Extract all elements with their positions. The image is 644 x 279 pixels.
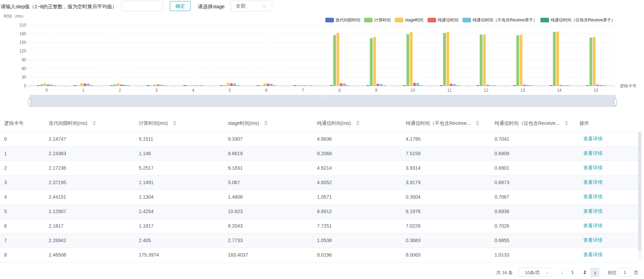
svg-text:90: 90 [22, 58, 27, 62]
svg-text:stage时间: stage时间 [405, 18, 423, 22]
svg-text:15: 15 [594, 88, 598, 93]
svg-text:8: 8 [338, 88, 341, 93]
svg-text:10: 10 [411, 88, 415, 93]
svg-text:14: 14 [557, 88, 562, 93]
svg-text:6: 6 [265, 88, 268, 93]
svg-text:时间（ms）: 时间（ms） [4, 14, 26, 19]
svg-text:纯通信时间（不包含Receive算子）: 纯通信时间（不包含Receive算子） [473, 18, 537, 22]
svg-text:12: 12 [484, 88, 489, 93]
svg-text:5: 5 [229, 88, 231, 93]
svg-text:180: 180 [19, 31, 26, 36]
svg-text:7: 7 [302, 88, 304, 93]
svg-text:210: 210 [19, 23, 26, 28]
svg-text:13: 13 [520, 88, 525, 93]
svg-text:计算时间: 计算时间 [374, 18, 391, 22]
svg-text:60: 60 [22, 66, 27, 71]
svg-text:30: 30 [22, 75, 27, 80]
svg-text:0: 0 [24, 83, 26, 88]
svg-text:0: 0 [46, 88, 48, 93]
svg-text:2: 2 [119, 88, 121, 93]
svg-text:4: 4 [192, 88, 194, 93]
svg-text:120: 120 [19, 49, 26, 53]
svg-text:迭代间隙时间: 迭代间隙时间 [336, 18, 361, 22]
svg-text:1: 1 [82, 88, 85, 93]
svg-text:逻辑卡号: 逻辑卡号 [620, 83, 636, 88]
svg-text:9: 9 [375, 88, 377, 93]
svg-text:150: 150 [19, 40, 26, 45]
svg-text:纯通信时间: 纯通信时间 [438, 18, 459, 22]
svg-text:11: 11 [447, 88, 452, 93]
svg-text:3: 3 [155, 88, 158, 93]
svg-text:纯通信时间（仅包含Receive算子）: 纯通信时间（仅包含Receive算子） [551, 18, 615, 22]
